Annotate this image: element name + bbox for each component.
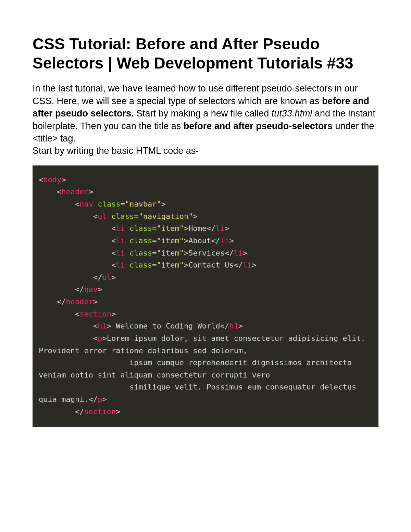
code-punct: > (238, 322, 243, 330)
code-punct (125, 249, 129, 257)
intro-bold-title: before and after pseudo-selectors (184, 121, 333, 131)
code-text-contact: Contact Us (188, 261, 234, 269)
code-tag-li: li (116, 249, 125, 257)
code-punct: > (107, 322, 111, 330)
code-value-item: "item" (157, 224, 184, 233)
code-punct: </ (234, 261, 243, 269)
code-punct: </ (75, 285, 84, 294)
code-punct: < (39, 175, 43, 184)
code-punct: > (61, 175, 66, 184)
code-punct: > (184, 261, 188, 269)
code-punct: < (111, 249, 116, 257)
code-punct: > (98, 285, 102, 294)
code-punct: > (102, 395, 107, 404)
code-punct: < (75, 310, 79, 318)
code-value-navbar: "navbar" (125, 200, 161, 208)
code-tag-li: li (216, 224, 225, 233)
page-title: CSS Tutorial: Before and After Pseudo Se… (33, 34, 378, 73)
code-text-para2: ipsum cumque reprehenderit dignissimos a… (39, 358, 356, 379)
code-punct: > (102, 334, 107, 343)
code-attr-class: class (129, 224, 152, 233)
code-tag-p: p (98, 334, 102, 343)
code-punct: </ (75, 407, 84, 416)
code-punct: > (184, 236, 188, 245)
code-punct: < (111, 261, 116, 269)
code-tag-nav: nav (79, 200, 93, 208)
code-punct: > (229, 236, 234, 245)
code-punct: </ (89, 395, 98, 404)
code-punct: > (89, 187, 93, 196)
code-punct: < (93, 322, 98, 330)
code-punct: > (111, 310, 116, 318)
code-punct: </ (93, 273, 102, 282)
code-punct: = (120, 200, 125, 208)
code-punct: > (252, 261, 257, 269)
code-tag-header: header (61, 187, 88, 196)
code-tag-ul: ul (102, 273, 111, 282)
code-punct: = (152, 261, 157, 269)
code-punct: > (161, 200, 166, 208)
code-attr-class: class (111, 212, 134, 221)
code-punct: < (75, 200, 79, 208)
code-punct: </ (220, 322, 229, 330)
code-attr-class: class (129, 236, 152, 245)
code-punct: </ (225, 249, 234, 257)
code-punct: = (134, 212, 138, 221)
code-punct: </ (211, 236, 220, 245)
code-tag-header: header (66, 297, 93, 306)
code-punct: > (243, 249, 247, 257)
code-value-item: "item" (157, 236, 184, 245)
intro-line2: Start by writing the basic HTML code as- (33, 146, 199, 156)
code-attr-class: class (98, 200, 120, 208)
code-text-services: Services (188, 249, 225, 257)
code-punct (107, 212, 111, 221)
code-attr-class: class (129, 261, 152, 269)
code-punct: < (93, 212, 98, 221)
code-punct: </ (57, 297, 66, 306)
code-text-para3: similique velit. Possimus eum consequatu… (39, 383, 361, 404)
code-text-home: Home (188, 224, 207, 233)
code-tag-ul: ul (98, 212, 107, 221)
code-tag-h1: h1 (229, 322, 238, 330)
code-punct: = (152, 249, 157, 257)
code-tag-li: li (243, 261, 252, 269)
code-block: <body> <header> <nav class="navbar"> <ul… (33, 165, 378, 428)
code-punct: < (111, 224, 116, 233)
code-punct: </ (207, 224, 216, 233)
code-tag-section: section (79, 310, 111, 318)
code-tag-li: li (234, 249, 243, 257)
code-text-h1: Welcome to Coding World (111, 322, 220, 330)
code-punct (125, 261, 129, 269)
code-punct: > (225, 224, 229, 233)
code-punct: > (193, 212, 197, 221)
code-punct: > (184, 249, 188, 257)
code-tag-nav: nav (84, 285, 98, 294)
code-punct: < (57, 187, 61, 196)
code-value-item: "item" (157, 249, 184, 257)
intro-paragraph: In the last tutorial, we have learned ho… (33, 82, 378, 157)
code-punct: = (152, 236, 157, 245)
code-punct (125, 224, 129, 233)
intro-text: Start by making a new file called (134, 108, 272, 119)
code-punct (125, 236, 129, 245)
code-punct (93, 200, 98, 208)
code-tag-body: body (43, 175, 61, 184)
code-punct: > (184, 224, 188, 233)
code-tag-p: p (98, 395, 102, 404)
code-punct: < (93, 334, 98, 343)
code-tag-li: li (116, 236, 125, 245)
code-tag-li: li (220, 236, 229, 245)
code-value-navigation: "navigation" (138, 212, 193, 221)
code-tag-section: section (84, 407, 116, 416)
code-text-about: About (188, 236, 211, 245)
code-punct: > (111, 273, 116, 282)
code-text-para1: Lorem ipsum dolor, sit amet consectetur … (39, 334, 370, 355)
code-tag-li: li (116, 261, 125, 269)
code-punct: > (116, 407, 120, 416)
code-punct: = (152, 224, 157, 233)
code-punct: < (111, 236, 116, 245)
intro-filename: tut33.html (272, 108, 312, 119)
code-tag-h1: h1 (98, 322, 107, 330)
code-punct: > (93, 297, 98, 306)
intro-text: In the last tutorial, we have learned ho… (33, 83, 358, 106)
